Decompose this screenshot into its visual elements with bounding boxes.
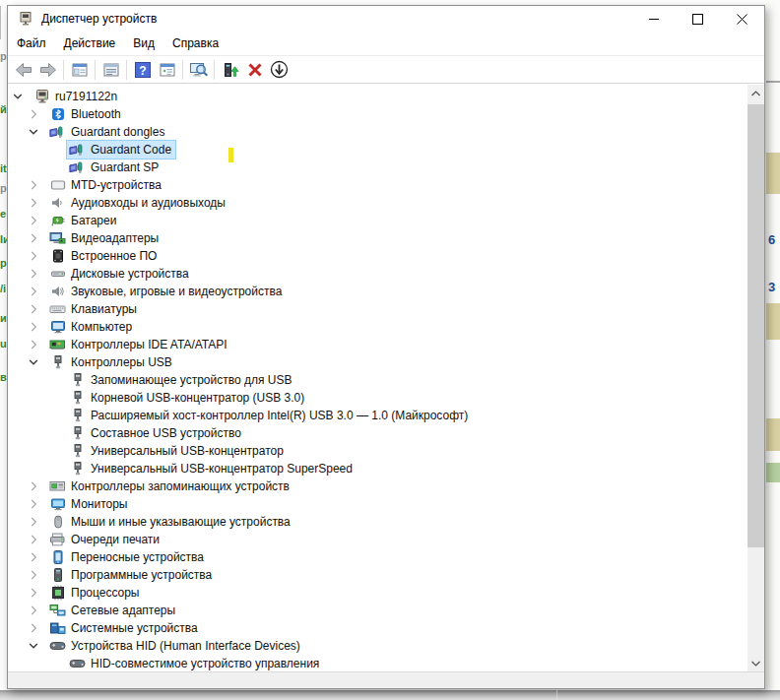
- back-button[interactable]: [11, 58, 35, 82]
- tree-row[interactable]: Звуковые, игровые и видеоустройства: [8, 283, 748, 300]
- tree-item[interactable]: Звуковые, игровые и видеоустройства: [46, 282, 287, 301]
- tree-item[interactable]: Универсальный USB-концентратор: [66, 441, 289, 461]
- close-button[interactable]: [720, 6, 764, 32]
- tree-row[interactable]: Guardant dongles: [8, 123, 748, 141]
- chevron-collapsed-icon[interactable]: [26, 496, 41, 512]
- tree-row[interactable]: Батареи: [8, 212, 748, 229]
- tree-row[interactable]: Контроллеры запоминающих устройств: [8, 477, 748, 495]
- chevron-collapsed-icon[interactable]: [26, 319, 41, 335]
- scrollbar-thumb[interactable]: [748, 104, 764, 547]
- tree-item-selected[interactable]: Guardant Code: [66, 140, 176, 159]
- tree-item[interactable]: Универсальный USB-концентратор SuperSpee…: [66, 459, 358, 478]
- disable-device-button[interactable]: [267, 58, 292, 82]
- menu-action[interactable]: Действие: [55, 33, 125, 53]
- tree-row[interactable]: Guardant SP: [8, 159, 748, 176]
- tree-row[interactable]: Устройства HID (Human Interface Devices): [8, 637, 748, 655]
- tree-row[interactable]: Мониторы: [8, 495, 748, 513]
- minimize-button[interactable]: [631, 6, 676, 32]
- chevron-collapsed-icon[interactable]: [26, 603, 41, 618]
- scan-hardware-button[interactable]: [186, 58, 211, 82]
- tree-row[interactable]: MTD-устройства: [8, 176, 748, 194]
- chevron-collapsed-icon[interactable]: [26, 337, 41, 352]
- tree-item[interactable]: Системные устройства: [46, 618, 203, 638]
- chevron-collapsed-icon[interactable]: [26, 549, 41, 565]
- tree-item[interactable]: Процессоры: [46, 583, 145, 603]
- tree-row[interactable]: Компьютер: [8, 318, 748, 336]
- tree-row[interactable]: Клавиатуры: [8, 300, 748, 318]
- scroll-up-button[interactable]: [748, 85, 764, 101]
- tree-row[interactable]: Переносные устройства: [8, 548, 748, 566]
- tree-row[interactable]: Программные устройства: [8, 566, 748, 584]
- chevron-expanded-icon[interactable]: [10, 89, 26, 104]
- tree-item[interactable]: Расширяемый хост-контроллер Intel(R) USB…: [66, 406, 473, 425]
- chevron-collapsed-icon[interactable]: [26, 585, 41, 601]
- tree-row[interactable]: Системные устройства: [8, 619, 748, 637]
- scroll-down-button[interactable]: [748, 655, 764, 671]
- menu-help[interactable]: Справка: [163, 33, 228, 53]
- help-button[interactable]: ?: [130, 58, 155, 82]
- tree-item[interactable]: Мониторы: [46, 494, 132, 514]
- tree-item[interactable]: Встроенное ПО: [46, 246, 162, 266]
- tree-row[interactable]: Контроллеры IDE ATA/ATAPI: [8, 336, 748, 353]
- chevron-collapsed-icon[interactable]: [26, 532, 41, 547]
- tree-item[interactable]: Программные устройства: [46, 565, 217, 585]
- tree-item[interactable]: HID-совместимое устройство управления: [66, 654, 324, 671]
- chevron-collapsed-icon[interactable]: [26, 478, 41, 494]
- chevron-expanded-icon[interactable]: [26, 124, 41, 140]
- tree-item[interactable]: Контроллеры IDE ATA/ATAPI: [46, 335, 232, 354]
- update-driver-button[interactable]: [218, 58, 242, 82]
- chevron-collapsed-icon[interactable]: [26, 195, 41, 211]
- tree-item[interactable]: Составное USB устройство: [66, 423, 246, 443]
- tree-row[interactable]: Очереди печати: [8, 531, 748, 548]
- chevron-collapsed-icon[interactable]: [26, 266, 41, 282]
- properties-button[interactable]: [98, 58, 123, 82]
- tree-item[interactable]: MTD-устройства: [46, 175, 166, 195]
- tree-row[interactable]: Запоминающее устройство для USB: [8, 371, 748, 389]
- tree-row[interactable]: Guardant Code: [8, 141, 748, 159]
- chevron-collapsed-icon[interactable]: [26, 177, 41, 193]
- tree-row[interactable]: Аудиовходы и аудиовыходы: [8, 194, 748, 212]
- chevron-collapsed-icon[interactable]: [26, 248, 41, 264]
- vertical-scrollbar[interactable]: [748, 85, 764, 671]
- tree-item[interactable]: Guardant dongles: [46, 122, 169, 142]
- tree-row[interactable]: HID-совместимое устройство управления: [8, 655, 748, 671]
- tree-item[interactable]: Запоминающее устройство для USB: [66, 370, 296, 390]
- chevron-collapsed-icon[interactable]: [26, 284, 41, 299]
- tree-row[interactable]: Процессоры: [8, 584, 748, 602]
- tree-item[interactable]: Сетевые адаптеры: [46, 601, 180, 620]
- tree-row[interactable]: Контроллеры USB: [8, 353, 748, 371]
- tree-item[interactable]: ru7191122n: [31, 87, 122, 106]
- tree-row[interactable]: Составное USB устройство: [8, 424, 748, 442]
- tree-row[interactable]: Корневой USB-концентратор (USB 3.0): [8, 389, 748, 407]
- forward-button[interactable]: [35, 58, 60, 82]
- chevron-collapsed-icon[interactable]: [26, 567, 41, 583]
- chevron-collapsed-icon[interactable]: [26, 213, 41, 228]
- tree-item[interactable]: Клавиатуры: [46, 299, 142, 319]
- chevron-expanded-icon[interactable]: [26, 354, 41, 370]
- tree-row[interactable]: Видеоадаптеры: [8, 229, 748, 247]
- tree-row[interactable]: Расширяемый хост-контроллер Intel(R) USB…: [8, 407, 748, 424]
- chevron-collapsed-icon[interactable]: [26, 230, 41, 246]
- maximize-button[interactable]: [676, 6, 720, 32]
- tree-item[interactable]: Контроллеры USB: [46, 352, 177, 372]
- tree-item[interactable]: Bluetooth: [46, 104, 126, 124]
- tree-item[interactable]: Контроллеры запоминающих устройств: [46, 477, 294, 496]
- menu-file[interactable]: Файл: [8, 33, 55, 53]
- chevron-collapsed-icon[interactable]: [26, 514, 41, 530]
- tree-item[interactable]: Мыши и иные указывающие устройства: [46, 512, 295, 532]
- tree-item[interactable]: Guardant SP: [66, 158, 163, 177]
- uninstall-device-button[interactable]: [242, 58, 267, 82]
- chevron-collapsed-icon[interactable]: [26, 620, 41, 636]
- menu-view[interactable]: Вид: [124, 33, 163, 53]
- tree-row[interactable]: Мыши и иные указывающие устройства: [8, 513, 748, 531]
- tree-row[interactable]: Дисковые устройства: [8, 265, 748, 283]
- console-tree-button[interactable]: [67, 58, 92, 82]
- tree-row[interactable]: Сетевые адаптеры: [8, 602, 748, 619]
- tree-item[interactable]: Аудиовходы и аудиовыходы: [46, 193, 230, 213]
- tree-row[interactable]: Универсальный USB-концентратор SuperSpee…: [8, 460, 748, 477]
- tree-row[interactable]: Встроенное ПО: [8, 247, 748, 265]
- chevron-expanded-icon[interactable]: [26, 638, 41, 654]
- tree-row[interactable]: Bluetooth: [8, 105, 748, 123]
- list-view-button[interactable]: [155, 58, 179, 82]
- tree-item[interactable]: Батареи: [46, 211, 121, 230]
